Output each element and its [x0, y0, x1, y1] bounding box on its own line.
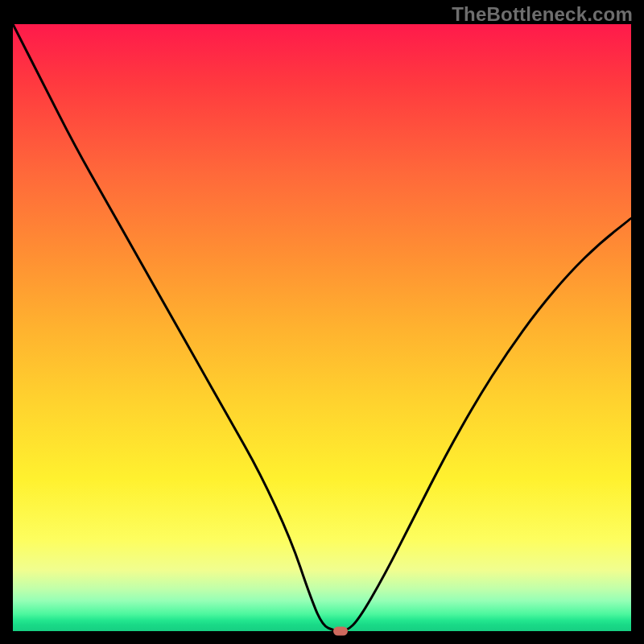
chart-frame: TheBottleneck.com — [0, 0, 644, 644]
watermark-text: TheBottleneck.com — [452, 3, 633, 26]
optimal-marker — [333, 627, 348, 636]
curve-path — [13, 24, 631, 631]
bottleneck-curve — [13, 24, 631, 631]
plot-area-border — [13, 24, 631, 631]
